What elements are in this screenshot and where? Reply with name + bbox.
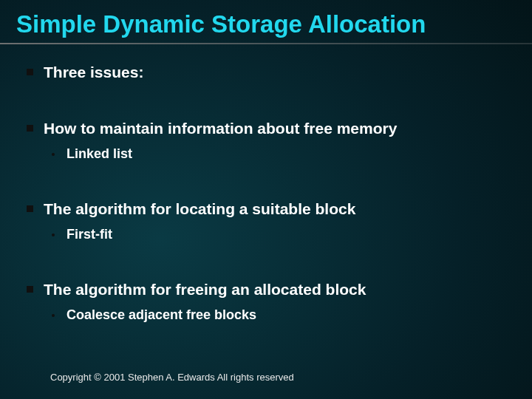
spacer xyxy=(27,185,532,200)
square-bullet-icon xyxy=(27,286,33,293)
spacer xyxy=(27,266,532,281)
sub-bullet-item: Linked list xyxy=(52,146,532,162)
sub-bullet-text: First-fit xyxy=(66,227,112,242)
bullet-item: Three issues: xyxy=(27,64,532,81)
dot-bullet-icon xyxy=(52,233,55,236)
sub-bullet-text: Linked list xyxy=(66,146,132,162)
slide-content: Three issues: How to maintain informatio… xyxy=(0,44,532,323)
square-bullet-icon xyxy=(27,69,33,75)
square-bullet-icon xyxy=(27,205,33,212)
bullet-item: The algorithm for locating a suitable bl… xyxy=(27,200,532,218)
square-bullet-icon xyxy=(27,125,33,132)
bullet-text: Three issues: xyxy=(44,64,143,81)
dot-bullet-icon xyxy=(52,153,55,156)
copyright-footer: Copyright © 2001 Stephen A. Edwards All … xyxy=(50,372,294,383)
bullet-text: How to maintain information about free m… xyxy=(44,120,397,137)
spacer xyxy=(27,105,532,120)
bullet-item: How to maintain information about free m… xyxy=(27,120,532,137)
bullet-text: The algorithm for freeing an allocated b… xyxy=(44,281,366,299)
bullet-text: The algorithm for locating a suitable bl… xyxy=(44,200,355,218)
sub-bullet-text: Coalesce adjacent free blocks xyxy=(66,307,256,323)
dot-bullet-icon xyxy=(52,314,55,317)
slide-title: Simple Dynamic Storage Allocation xyxy=(0,0,532,38)
slide: Simple Dynamic Storage Allocation Three … xyxy=(0,0,532,399)
sub-bullet-item: First-fit xyxy=(52,227,532,242)
bullet-item: The algorithm for freeing an allocated b… xyxy=(27,281,532,299)
sub-bullet-item: Coalesce adjacent free blocks xyxy=(52,307,532,323)
